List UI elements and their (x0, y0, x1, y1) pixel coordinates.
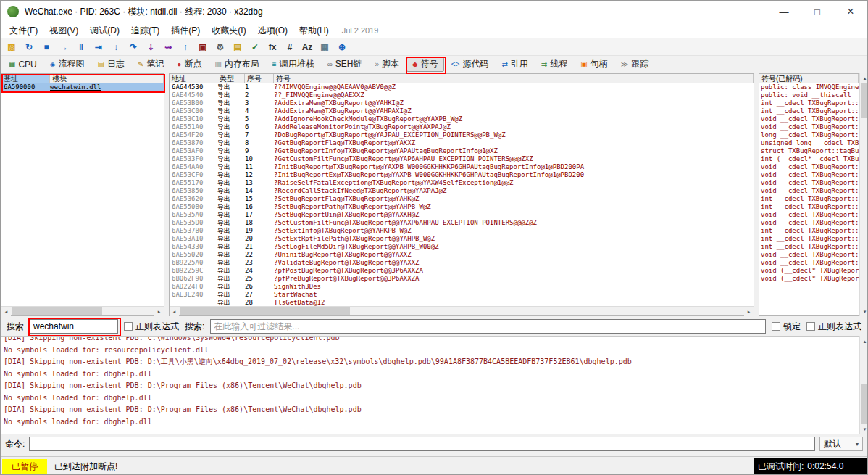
symbols-globe-icon[interactable]: ⊕ (334, 40, 350, 54)
menu-options[interactable]: 选项(O) (252, 23, 293, 38)
symbol-row-13[interactable]: 6AE53850导出14?RecordCallStackIfNeed@TXBug… (170, 187, 754, 195)
modules-hscroll-thumb[interactable] (12, 307, 102, 315)
step-over-icon[interactable]: ↷ (125, 40, 141, 54)
hash-icon[interactable]: # (282, 40, 298, 54)
symbol-row-16[interactable]: 6AE535A0导出17?SetBugReportUin@TXBugReport… (170, 211, 754, 219)
tab-references[interactable]: ⇄引用 (496, 57, 533, 72)
symbol-row-26[interactable]: 6AE3E240导出27StartWachat (170, 291, 754, 299)
tab-graph[interactable]: ◈流程图 (44, 57, 91, 72)
scroll-down-icon[interactable]: ▾ (860, 307, 868, 316)
symbol-row-6[interactable]: 6AE54F20导出7?DoBugReport@TXBugReport@@YAJ… (170, 131, 754, 139)
symbol-row-25[interactable]: 6AD224F0导出26SignWith3Des (170, 283, 754, 291)
open-file-icon[interactable]: ▧ (4, 40, 20, 54)
tab-call-stack[interactable]: ≡调用堆栈 (267, 57, 320, 72)
lock-checkbox[interactable] (772, 322, 780, 331)
symbols-col-ordinal[interactable]: 序号 (245, 74, 274, 83)
symbol-row-21[interactable]: 6AE55020导出22?UninitBugReport@TXBugReport… (170, 251, 754, 259)
patches-icon[interactable]: ▣ (195, 40, 211, 54)
memory-grid-icon[interactable]: ▦ (317, 40, 333, 54)
close-button[interactable]: × (834, 1, 867, 22)
symbol-row-9[interactable]: 6AE533F0导出10?GetCustomFiltFunc@TXBugRepo… (170, 155, 754, 163)
scroll-right-icon[interactable]: ▸ (744, 307, 754, 316)
check-icon[interactable]: ✓ (247, 40, 263, 54)
minimize-button[interactable]: — (767, 1, 801, 22)
symbol-row-18[interactable]: 6AE537B0导出19?SetExtInfo@TXBugReport@@YAH… (170, 227, 754, 235)
symbol-row-1[interactable]: 6AE44540导出2??_FIMVQQEngine@@QAEXXZ (170, 91, 754, 99)
log-vscrollbar[interactable]: ▴ ▾ (859, 336, 868, 434)
module-search-input[interactable] (30, 319, 118, 334)
symbols-col-type[interactable]: 类型 (217, 74, 245, 83)
run-icon[interactable]: → (56, 40, 72, 54)
menu-view[interactable]: 视图(V) (43, 23, 84, 38)
log-vscroll-thumb[interactable] (861, 384, 868, 424)
tab-breakpoints[interactable]: ●断点 (171, 57, 207, 72)
regex2-checkbox[interactable] (806, 322, 815, 331)
symbol-row-8[interactable]: 6AE53AF0导出9?GetBugReportInfo@TXBugReport… (170, 147, 754, 155)
symbols-hscrollbar[interactable]: ◂ ▸ (170, 306, 754, 315)
menu-debug[interactable]: 调试(D) (84, 23, 125, 38)
symbol-row-7[interactable]: 6AE53870导出8?GetBugReportFlag@TXBugReport… (170, 139, 754, 147)
decoded-col-header[interactable]: 符号(已解码) (759, 74, 859, 83)
restart-icon[interactable]: ↻ (21, 40, 37, 54)
menu-file[interactable]: 文件(F) (4, 23, 43, 38)
symbols-col-symbol[interactable]: 符号 (274, 74, 754, 83)
tab-log[interactable]: ▤日志 (92, 57, 130, 72)
notes-icon[interactable]: ▤ (230, 40, 246, 54)
symbol-row-19[interactable]: 6AE53A10导出20?SetExtRptFilePath@TXBugRepo… (170, 235, 754, 243)
symbol-row-15[interactable]: 6AE550B0导出16?SetBugReportPath@TXBugRepor… (170, 203, 754, 211)
tab-handles[interactable]: ▣句柄 (575, 57, 613, 72)
menu-plugins[interactable]: 插件(P) (165, 23, 206, 38)
run-to-user-icon[interactable]: ⇥ (91, 40, 107, 54)
symbol-row-2[interactable]: 6AE53B00导出3?AddExtraMem@TXBugReport@@YAH… (170, 99, 754, 107)
symbol-row-17[interactable]: 6AE535D0导出18?SetCustomFiltFunc@TXBugRepo… (170, 219, 754, 227)
symbols-hscroll-thumb[interactable] (180, 307, 350, 315)
trace-into-icon[interactable]: ⇣ (143, 40, 159, 54)
table-vscroll-thumb[interactable] (861, 83, 868, 118)
symbol-row-23[interactable]: 6B92259C导出24?pfPostBugReport@TXBugReport… (170, 267, 754, 275)
maximize-button[interactable]: □ (801, 1, 834, 22)
command-input[interactable] (29, 437, 815, 451)
tab-memory-map[interactable]: ▥内存布局 (209, 57, 264, 72)
settings-icon[interactable]: ⚙ (212, 40, 228, 54)
tab-symbols[interactable]: ◆符号 (406, 57, 444, 72)
symbol-row-24[interactable]: 6B062F90导出25?pfPreBugReport@TXBugReport@… (170, 275, 754, 283)
symbol-row-22[interactable]: 6B9225A0导出23?ValidateBugReport@TXBugRepo… (170, 259, 754, 267)
symbol-row-27[interactable]: 导出28TlsGetData@12 (170, 299, 754, 306)
menu-trace[interactable]: 追踪(T) (125, 23, 165, 38)
scroll-up-icon[interactable]: ▴ (860, 73, 868, 83)
filter-input[interactable] (210, 319, 766, 334)
tab-trace[interactable]: ≫跟踪 (615, 57, 654, 72)
symbol-row-4[interactable]: 6AE53C10导出5?AddIgnoreHookCheckModule@TXB… (170, 115, 754, 123)
fx-icon[interactable]: fx (264, 40, 280, 54)
symbol-row-14[interactable]: 6AE53620导出15?SetBugReportFlag@TXBugRepor… (170, 195, 754, 203)
command-profile-dropdown[interactable]: 默认 ▾ (819, 437, 863, 451)
symbol-row-10[interactable]: 6AE54AA0导出11?InitBugReport@TXBugReport@@… (170, 163, 754, 171)
menu-favourites[interactable]: 收藏夹(I) (206, 23, 251, 38)
stop-icon[interactable]: ■ (38, 40, 54, 54)
scroll-right-icon[interactable]: ▸ (154, 307, 164, 316)
scroll-down-icon[interactable]: ▾ (860, 424, 868, 434)
tab-threads[interactable]: ⇉线程 (535, 57, 573, 72)
trace-over-icon[interactable]: ⇝ (160, 40, 176, 54)
tab-seh[interactable]: ∞SEH链 (322, 57, 368, 72)
scroll-left-icon[interactable]: ◂ (1, 307, 11, 316)
modules-row-0[interactable]: 6A590000wechatwin.dll (1, 83, 164, 91)
menu-help[interactable]: 帮助(H) (293, 23, 335, 38)
scroll-left-icon[interactable]: ◂ (170, 307, 179, 316)
tab-source[interactable]: <>源代码 (446, 57, 495, 72)
scroll-up-icon[interactable]: ▴ (860, 336, 868, 346)
symbol-row-0[interactable]: 6A644530导出1??4IMVQQEngine@@QAEAAV0@ABV0@… (170, 83, 754, 91)
symbol-row-11[interactable]: 6AE53CF0导出12?InitBugReportEx@TXBugReport… (170, 171, 754, 179)
step-into-icon[interactable]: ↓ (108, 40, 124, 54)
regex-checkbox[interactable] (124, 322, 133, 331)
symbol-row-20[interactable]: 6AE54330导出21?SetLogFileMd5Dir@TXBugRepor… (170, 243, 754, 251)
modules-col-base[interactable]: 基址 (1, 74, 50, 83)
symbol-row-12[interactable]: 6AE55170导出13?RaiseSelfFatalException@TXB… (170, 179, 754, 187)
modules-col-module[interactable]: 模块 (50, 74, 164, 83)
tab-cpu[interactable]: ▦CPU (3, 57, 43, 72)
table-vscrollbar[interactable]: ▴ ▾ (859, 73, 868, 316)
symbol-row-3[interactable]: 6AE53C00导出4?AddExtraMem@TXBugReport@@YAH… (170, 107, 754, 115)
strings-icon[interactable]: Az (299, 40, 315, 54)
execute-till-return-icon[interactable]: ↑ (178, 40, 193, 54)
symbols-col-address[interactable]: 地址 (170, 74, 217, 83)
